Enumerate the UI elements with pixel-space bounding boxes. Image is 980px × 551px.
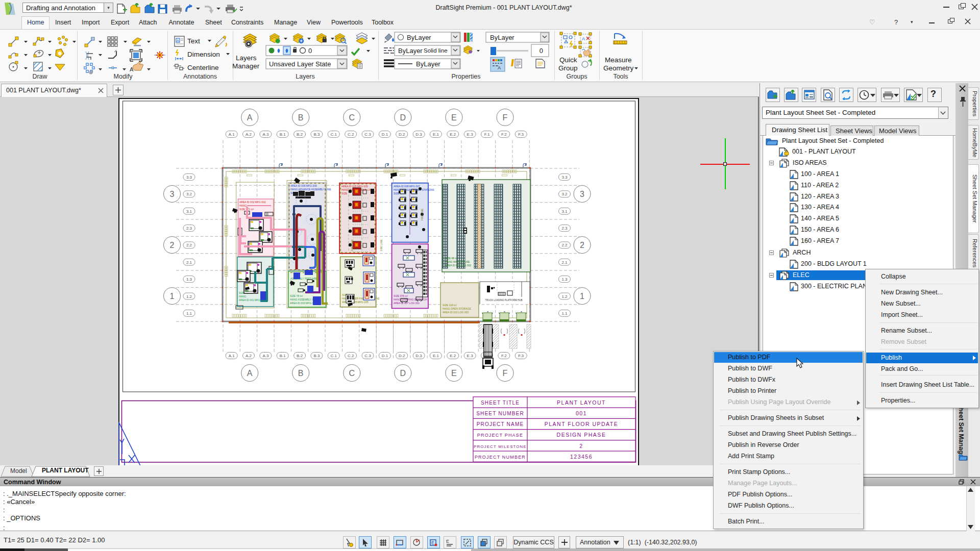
svg-text:3.1: 3.1 bbox=[186, 209, 192, 214]
svg-text:Centerline: Centerline bbox=[187, 64, 219, 71]
svg-text:PLANT FLOOR UPDATE: PLANT FLOOR UPDATE bbox=[545, 421, 618, 427]
svg-text:E.3: E.3 bbox=[467, 132, 474, 137]
svg-text:E.1: E.1 bbox=[433, 132, 439, 137]
svg-text:3.3: 3.3 bbox=[186, 175, 192, 180]
svg-text:E: E bbox=[431, 540, 434, 545]
svg-text:A.2: A.2 bbox=[246, 132, 252, 137]
svg-text:Group: Group bbox=[558, 64, 578, 72]
svg-text:A: A bbox=[247, 113, 253, 122]
svg-text:F.2: F.2 bbox=[501, 132, 507, 137]
svg-text:B.1: B.1 bbox=[280, 132, 286, 137]
svg-text:PLANT LAYOUT: PLANT LAYOUT bbox=[557, 399, 606, 406]
svg-text:A.1: A.1 bbox=[229, 354, 235, 358]
svg-text:2.1: 2.1 bbox=[186, 260, 192, 265]
svg-text:2: 2 bbox=[170, 241, 175, 249]
svg-text:3.1: 3.1 bbox=[561, 209, 568, 214]
svg-text:D.2: D.2 bbox=[399, 354, 405, 358]
svg-text:F: F bbox=[503, 113, 508, 122]
svg-text:Text: Text bbox=[187, 37, 200, 45]
svg-text:E.1: E.1 bbox=[433, 354, 439, 358]
svg-text:2.2: 2.2 bbox=[561, 243, 568, 247]
svg-text:F: F bbox=[503, 369, 508, 378]
svg-text:Dimension: Dimension bbox=[187, 51, 220, 58]
svg-text:1.2: 1.2 bbox=[561, 294, 568, 299]
svg-text:F.3: F.3 bbox=[518, 354, 524, 358]
svg-text:B.2: B.2 bbox=[297, 354, 303, 358]
svg-text:1: 1 bbox=[580, 292, 584, 300]
svg-text:E.3: E.3 bbox=[467, 354, 474, 358]
svg-text:SIZE 118 m²: SIZE 118 m² bbox=[443, 304, 457, 307]
svg-text:AREA ID 005 MFG 005: AREA ID 005 MFG 005 bbox=[341, 185, 368, 188]
svg-text:C: C bbox=[349, 113, 355, 122]
svg-text:3.2: 3.2 bbox=[561, 192, 568, 196]
svg-text:HANG: HANG bbox=[239, 295, 247, 298]
svg-text:AREA ID 008 MFG 007: AREA ID 008 MFG 007 bbox=[394, 185, 420, 188]
svg-text:A: A bbox=[177, 39, 179, 42]
svg-text:E.2: E.2 bbox=[450, 132, 456, 137]
svg-text:TRUCK LOADING PLATFORM HUB: TRUCK LOADING PLATFORM HUB bbox=[485, 299, 522, 302]
svg-text:E.2: E.2 bbox=[450, 354, 456, 358]
svg-text:HANG OPEN STORAGE: HANG OPEN STORAGE bbox=[443, 307, 471, 310]
svg-text:D.1: D.1 bbox=[382, 354, 388, 358]
svg-text:E: E bbox=[446, 539, 449, 544]
svg-text:PROJECT MILESTONE: PROJECT MILESTONE bbox=[474, 444, 527, 449]
svg-text:0: 0 bbox=[540, 47, 543, 55]
svg-text:1.1: 1.1 bbox=[561, 311, 568, 316]
svg-text:E: E bbox=[451, 113, 457, 122]
svg-text:A: A bbox=[130, 66, 134, 72]
svg-text:A: A bbox=[498, 65, 501, 70]
svg-text:PROJECT NAME: PROJECT NAME bbox=[477, 421, 524, 427]
svg-text:2.3: 2.3 bbox=[561, 226, 568, 231]
svg-text:HANG WAREHOUSE: HANG WAREHOUSE bbox=[445, 260, 470, 263]
svg-text:Measure: Measure bbox=[605, 56, 632, 64]
svg-text:A.3: A.3 bbox=[262, 132, 269, 137]
svg-text:1.3: 1.3 bbox=[186, 277, 192, 282]
svg-text:PROJECT PHASE: PROJECT PHASE bbox=[477, 433, 523, 438]
svg-text:C.3: C.3 bbox=[364, 132, 371, 137]
svg-text:AREA ID 003 MFG 003: AREA ID 003 MFG 003 bbox=[290, 302, 316, 305]
svg-text:F.3: F.3 bbox=[518, 132, 524, 137]
svg-text:SIZE: SIZE bbox=[341, 192, 348, 195]
svg-text:Quick: Quick bbox=[559, 56, 577, 64]
svg-text:A.3: A.3 bbox=[262, 354, 269, 358]
svg-text:2.1: 2.1 bbox=[561, 260, 568, 265]
svg-text:1.2: 1.2 bbox=[186, 294, 192, 299]
svg-text:HANG: HANG bbox=[239, 204, 247, 207]
svg-text:A.2: A.2 bbox=[246, 354, 252, 358]
svg-text:123456: 123456 bbox=[570, 454, 593, 460]
svg-text:D.1: D.1 bbox=[382, 132, 388, 137]
svg-text:D.3: D.3 bbox=[415, 354, 422, 358]
svg-text:3.2: 3.2 bbox=[186, 192, 192, 196]
svg-text:B.2: B.2 bbox=[297, 132, 303, 137]
svg-text:C: C bbox=[349, 369, 355, 378]
svg-text:FIRE LANE: FIRE LANE bbox=[380, 239, 383, 251]
svg-text:AREA ID 009 LOG 002: AREA ID 009 LOG 002 bbox=[445, 264, 471, 267]
svg-text:D: D bbox=[400, 113, 406, 122]
svg-text:B.3: B.3 bbox=[313, 354, 320, 358]
svg-text:SIZE 68 m²: SIZE 68 m² bbox=[445, 257, 458, 260]
svg-text:Manager: Manager bbox=[232, 62, 260, 70]
svg-text:0: 0 bbox=[308, 47, 312, 55]
svg-text:SIZE 78 m²: SIZE 78 m² bbox=[290, 294, 303, 297]
svg-text:C.3: C.3 bbox=[364, 354, 371, 358]
svg-text:3: 3 bbox=[580, 190, 584, 198]
svg-text:Solid line: Solid line bbox=[424, 47, 448, 54]
svg-text:E: E bbox=[451, 369, 457, 378]
svg-text:ByLayer: ByLayer bbox=[416, 60, 440, 68]
svg-text:F.2: F.2 bbox=[501, 354, 507, 358]
svg-text:Geometry: Geometry bbox=[603, 64, 634, 72]
svg-text:2: 2 bbox=[579, 443, 583, 449]
svg-text:SIZE 378 m²: SIZE 378 m² bbox=[394, 294, 408, 297]
svg-text:HANG ADVANCE ASSEMBLY LINE: HANG ADVANCE ASSEMBLY LINE bbox=[290, 188, 331, 191]
svg-text:C.2: C.2 bbox=[348, 354, 354, 358]
svg-text:B.3: B.3 bbox=[313, 132, 320, 137]
svg-text:A: A bbox=[247, 369, 253, 378]
svg-text:3: 3 bbox=[170, 190, 175, 198]
svg-text:1.3: 1.3 bbox=[561, 277, 568, 282]
svg-text:Layers: Layers bbox=[236, 54, 257, 62]
svg-text:HANG SHIPPING DISPATCH: HANG SHIPPING DISPATCH bbox=[394, 298, 427, 301]
svg-text:ByLayer: ByLayer bbox=[398, 47, 423, 55]
svg-text:B.1: B.1 bbox=[280, 354, 286, 358]
svg-text:DESIGN PHASE: DESIGN PHASE bbox=[557, 432, 606, 438]
svg-text:D.2: D.2 bbox=[399, 132, 405, 137]
